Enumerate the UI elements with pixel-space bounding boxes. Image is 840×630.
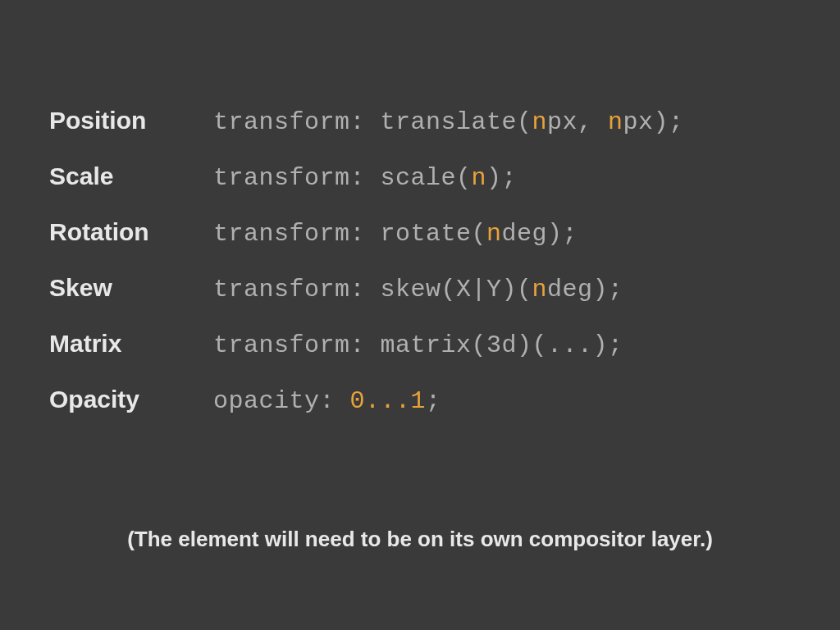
code-highlight: n [472, 164, 487, 192]
code-segment: deg); [547, 276, 623, 304]
code-segment: transform: rotate( [213, 220, 486, 248]
footnote: (The element will need to be on its own … [0, 527, 840, 552]
transform-row: Positiontransform: translate(npx, npx); [49, 107, 791, 136]
row-label: Position [49, 107, 213, 135]
row-code: transform: rotate(ndeg); [213, 220, 578, 248]
row-code: transform: translate(npx, npx); [213, 108, 684, 136]
code-segment: ; [426, 387, 441, 415]
code-highlight: n [486, 220, 502, 248]
code-highlight: 0...1 [350, 387, 427, 415]
code-segment: deg); [502, 220, 578, 248]
code-segment: transform: scale( [213, 164, 472, 192]
row-label: Opacity [49, 386, 213, 413]
transform-row: Rotationtransform: rotate(ndeg); [49, 218, 791, 248]
code-highlight: n [608, 108, 623, 136]
row-label: Skew [49, 274, 213, 302]
slide-content: Positiontransform: translate(npx, npx);S… [0, 0, 840, 415]
code-segment: transform: translate( [213, 108, 532, 136]
code-segment: transform: matrix(3d)(...); [213, 331, 623, 359]
row-code: opacity: 0...1; [213, 387, 441, 415]
code-segment: opacity: [213, 387, 350, 415]
code-segment: transform: skew(X|Y)( [213, 276, 532, 304]
transform-row: Skewtransform: skew(X|Y)(ndeg); [49, 274, 791, 304]
code-highlight: n [532, 108, 548, 136]
transform-row: Opacityopacity: 0...1; [49, 386, 791, 415]
row-code: transform: skew(X|Y)(ndeg); [213, 276, 623, 304]
transform-row: Scaletransform: scale(n); [49, 162, 791, 192]
code-segment: ); [486, 164, 517, 192]
transform-list: Positiontransform: translate(npx, npx);S… [49, 107, 791, 415]
code-highlight: n [532, 276, 548, 304]
transform-row: Matrixtransform: matrix(3d)(...); [49, 330, 791, 359]
row-label: Scale [49, 162, 213, 190]
row-label: Matrix [49, 330, 213, 358]
row-code: transform: matrix(3d)(...); [213, 331, 623, 359]
code-segment: px, [547, 108, 608, 136]
row-label: Rotation [49, 218, 213, 246]
code-segment: px); [623, 108, 684, 136]
row-code: transform: scale(n); [213, 164, 517, 192]
